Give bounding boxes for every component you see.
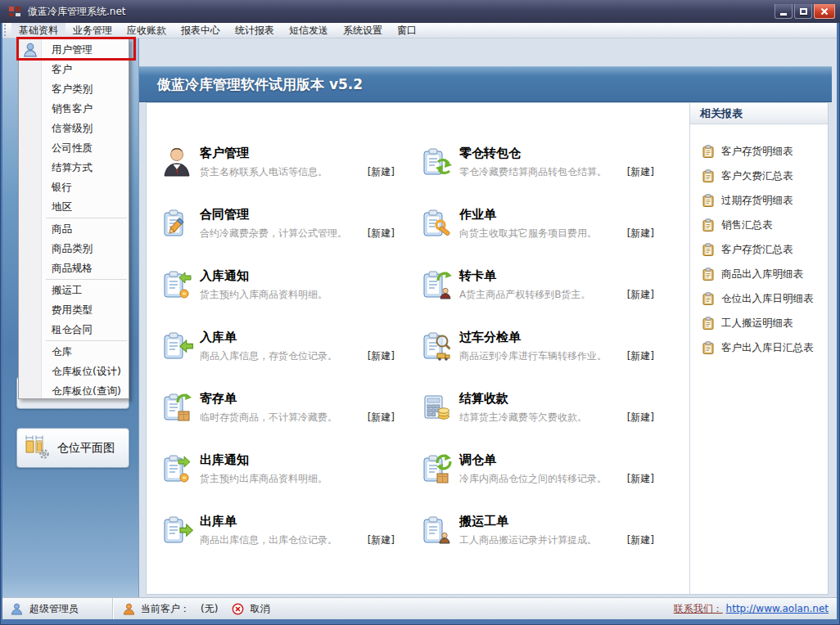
transfer-card-icon[interactable] [420, 268, 453, 301]
dropdown-item-13[interactable]: 搬运工 [19, 281, 129, 300]
menu-separator [46, 340, 127, 341]
report-label: 客户存货汇总表 [721, 243, 793, 257]
maximize-button[interactable] [794, 4, 812, 19]
outbound-notice-icon[interactable] [160, 452, 193, 485]
new-link[interactable]: [新建] [627, 533, 654, 547]
dropdown-item-11[interactable]: 商品类别 [19, 239, 129, 259]
feature-title[interactable]: 客户管理 [200, 146, 395, 161]
report-link-6[interactable]: 商品出入库明细表 [690, 262, 828, 286]
feature-title[interactable]: 出库单 [200, 514, 395, 529]
report-icon [702, 243, 715, 256]
minimize-button[interactable] [775, 4, 793, 19]
feature-title[interactable]: 入库通知 [200, 268, 395, 284]
dropdown-item-6[interactable]: 公司性质 [19, 138, 129, 158]
dropdown-item-label: 搬运工 [52, 284, 83, 298]
new-link[interactable]: [新建] [627, 411, 654, 425]
report-list: 客户存货明细表客户欠费汇总表过期存货明细表销售汇总表客户存货汇总表商品出入库明细… [690, 124, 828, 360]
title-bar: 傲蓝冷库管理系统.net [0, 0, 840, 23]
customer-icon[interactable] [160, 146, 193, 178]
warehouse-plan-button[interactable]: 仓位平面图 [16, 428, 129, 468]
report-link-9[interactable]: 客户出入库日汇总表 [690, 335, 828, 360]
menu-item-3[interactable]: 应收账款 [120, 23, 174, 38]
dropdown-item-3[interactable]: 客户类别 [19, 79, 129, 99]
dropdown-item-18[interactable]: 仓库板位(查询) [19, 381, 129, 401]
cancel-icon[interactable] [232, 603, 244, 615]
menu-separator [46, 218, 127, 218]
truck-inspect-icon[interactable] [420, 330, 453, 362]
close-button[interactable] [814, 4, 835, 19]
dropdown-item-16[interactable]: 仓库 [19, 342, 129, 362]
dropdown-item-15[interactable]: 租仓合同 [19, 320, 129, 339]
feature-body: 调仓单冷库内商品仓位之间的转移记录。[新建] [459, 452, 654, 514]
new-link[interactable]: [新建] [627, 288, 654, 302]
new-link[interactable]: [新建] [627, 227, 654, 241]
new-link[interactable]: [新建] [627, 165, 654, 179]
deposit-icon[interactable] [160, 391, 193, 424]
report-label: 销售汇总表 [721, 218, 773, 232]
wrench-icon[interactable] [420, 207, 453, 240]
contact-link[interactable]: 联系我们： http://www.aolan.net [674, 602, 837, 616]
menu-item-8[interactable]: 窗口 [390, 23, 424, 38]
report-link-3[interactable]: 过期存货明细表 [690, 188, 828, 213]
report-link-8[interactable]: 工人搬运明细表 [690, 311, 828, 335]
dropdown-item-2[interactable]: 客户 [19, 60, 129, 79]
new-link[interactable]: [新建] [627, 349, 654, 363]
dropdown-item-4[interactable]: 销售客户 [19, 99, 129, 119]
feature-desc: 结算货主冷藏费等欠费收款。 [459, 411, 654, 424]
menubar-grip[interactable] [4, 25, 9, 36]
relocate-icon[interactable] [420, 452, 453, 485]
report-link-7[interactable]: 仓位出入库日明细表 [690, 286, 828, 311]
menu-item-6[interactable]: 短信发送 [282, 23, 336, 38]
dropdown-item-label: 地区 [52, 200, 72, 214]
menu-item-5[interactable]: 统计报表 [228, 23, 282, 38]
feature-title[interactable]: 过车分检单 [459, 330, 654, 345]
cancel-button[interactable]: 取消 [250, 602, 269, 616]
dropdown-item-10[interactable]: 商品 [19, 219, 129, 239]
new-link[interactable]: [新建] [368, 165, 395, 179]
menu-item-1[interactable]: 基础资料 [11, 23, 65, 38]
report-link-2[interactable]: 客户欠费汇总表 [690, 164, 828, 188]
dropdown-item-12[interactable]: 商品规格 [19, 259, 129, 278]
menu-item-7[interactable]: 系统设置 [336, 23, 390, 38]
dropdown-item-5[interactable]: 信誉级别 [19, 119, 129, 138]
feature-desc: A货主商品产权转移到B货主。 [459, 288, 654, 301]
menu-item-2[interactable]: 业务管理 [65, 23, 120, 38]
contract-icon[interactable] [160, 207, 193, 240]
feature-body: 入库通知货主预约入库商品资料明细。 [200, 268, 395, 330]
new-link[interactable]: [新建] [368, 227, 395, 241]
close-icon [820, 7, 829, 16]
porter-icon[interactable] [420, 514, 453, 546]
feature-card-10: 结算收款结算货主冷藏费等欠费收款。[新建] [420, 391, 654, 452]
calculator-icon[interactable] [420, 391, 453, 424]
feature-title[interactable]: 结算收款 [459, 391, 654, 407]
swap-icon[interactable] [420, 146, 453, 178]
report-link-1[interactable]: 客户存货明细表 [690, 139, 828, 164]
feature-title[interactable]: 作业单 [459, 207, 654, 223]
dropdown-item-17[interactable]: 仓库板位(设计) [19, 362, 129, 381]
feature-title[interactable]: 转卡单 [459, 268, 654, 284]
new-link[interactable]: [新建] [368, 349, 395, 363]
dropdown-item-14[interactable]: 费用类型 [19, 300, 129, 320]
report-icon [702, 218, 715, 232]
feature-title[interactable]: 调仓单 [459, 452, 654, 468]
new-link[interactable]: [新建] [627, 472, 654, 486]
outbound-icon[interactable] [160, 514, 193, 546]
new-link[interactable]: [新建] [368, 533, 395, 547]
report-link-4[interactable]: 销售汇总表 [690, 213, 828, 237]
feature-title[interactable]: 合同管理 [200, 207, 395, 223]
inbound-icon[interactable] [160, 330, 193, 362]
dropdown-item-9[interactable]: 地区 [19, 197, 129, 217]
dropdown-item-8[interactable]: 银行 [19, 178, 129, 197]
feature-title[interactable]: 寄存单 [200, 391, 395, 407]
feature-title[interactable]: 零仓转包仓 [459, 146, 654, 161]
feature-title[interactable]: 出库通知 [200, 452, 395, 468]
feature-title[interactable]: 入库单 [200, 330, 395, 345]
report-link-5[interactable]: 客户存货汇总表 [690, 237, 828, 262]
menu-item-4[interactable]: 报表中心 [174, 23, 228, 38]
feature-title[interactable]: 搬运工单 [459, 514, 654, 529]
new-link[interactable]: [新建] [368, 411, 395, 425]
report-icon [702, 194, 715, 207]
dropdown-item-7[interactable]: 结算方式 [19, 158, 129, 178]
status-bar: 超级管理员 当前客户： (无) 取消 联系我们： http://www.aola… [2, 597, 837, 619]
inbound-notice-icon[interactable] [160, 268, 193, 301]
